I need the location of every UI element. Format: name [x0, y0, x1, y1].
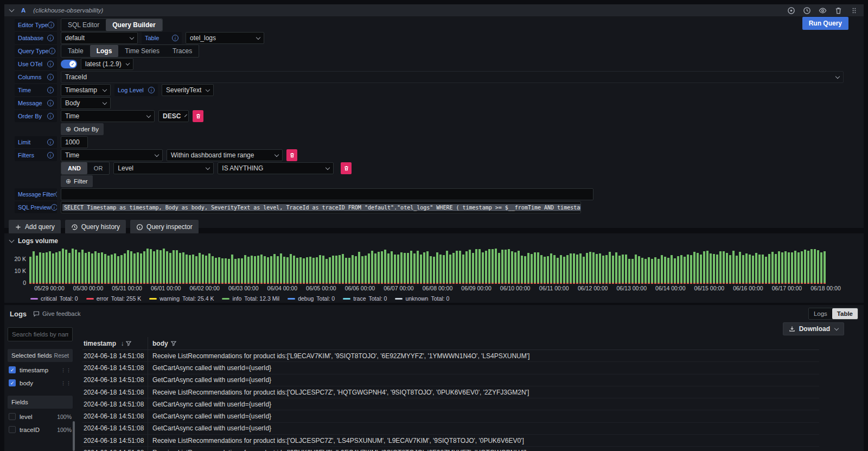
log-table-row[interactable]: 2024-06-18 14:51:08 Receive ListRecommen…: [82, 386, 819, 398]
checkbox-unchecked-icon[interactable]: [9, 426, 16, 433]
legend-item[interactable]: debug Total: 0: [288, 295, 335, 302]
info-icon[interactable]: i: [48, 22, 54, 28]
legend-item[interactable]: critical Total: 0: [30, 295, 78, 302]
checkbox-checked-icon[interactable]: ✓: [9, 379, 16, 386]
remove-filter2-button[interactable]: [341, 162, 352, 174]
query-history-button[interactable]: Query history: [65, 220, 126, 234]
info-icon[interactable]: i: [47, 74, 54, 80]
filter1-field-select[interactable]: Time: [61, 149, 163, 161]
query-type-option-logs[interactable]: Logs: [90, 45, 119, 57]
remove-filter1-button[interactable]: [286, 149, 297, 161]
info-icon[interactable]: i: [47, 35, 54, 41]
selected-field-item[interactable]: ✓ body ⋮⋮: [8, 378, 73, 388]
info-icon[interactable]: i: [148, 87, 155, 93]
search-fields-input[interactable]: [8, 327, 73, 341]
history-clock-icon[interactable]: [803, 7, 811, 15]
log-table-row[interactable]: 2024-06-18 14:51:08 GetCartAsync called …: [82, 423, 819, 435]
order-by-direction-select[interactable]: DESC: [158, 110, 189, 122]
legend-item[interactable]: error Total: 255 K: [86, 295, 142, 302]
use-otel-toggle[interactable]: ✓: [61, 60, 77, 68]
checkbox-unchecked-icon[interactable]: [9, 413, 16, 420]
log-table-row[interactable]: 2024-06-18 14:51:08 GetCartAsync called …: [82, 410, 819, 422]
collapse-logs-volume-icon[interactable]: [9, 237, 15, 243]
remove-order-by-button[interactable]: [193, 110, 203, 122]
info-icon[interactable]: i: [49, 48, 55, 54]
query-type-option-table[interactable]: Table: [61, 45, 90, 57]
info-icon[interactable]: i: [47, 100, 54, 106]
trash-icon[interactable]: [834, 7, 843, 15]
order-by-field-select[interactable]: Time: [61, 110, 155, 122]
editor-type-option-query-builder[interactable]: Query Builder: [106, 19, 162, 31]
download-button[interactable]: Download: [783, 322, 844, 335]
timestamp-column-header[interactable]: timestamp ↓: [82, 340, 148, 347]
run-query-button[interactable]: Run Query: [802, 17, 848, 30]
bool-or-option[interactable]: OR: [87, 162, 110, 174]
info-icon[interactable]: i: [47, 61, 54, 67]
query-editor-body: Editor Type i SQL Editor Query Builder D…: [4, 16, 864, 213]
info-icon[interactable]: i: [47, 152, 54, 158]
legend-item[interactable]: trace Total: 0: [343, 295, 387, 302]
log-table-row[interactable]: 2024-06-18 14:51:08 Receive ListRecommen…: [82, 435, 819, 447]
log-table-row[interactable]: 2024-06-18 14:51:08 GetCartAsync called …: [82, 374, 819, 386]
sql-preview-box[interactable]: SELECT Timestamp as timestamp, Body as b…: [61, 201, 581, 213]
field-item[interactable]: level 100%: [8, 411, 73, 422]
info-icon[interactable]: i: [47, 113, 54, 119]
add-query-button[interactable]: Add query: [9, 220, 61, 234]
add-filter-button[interactable]: ⊕ Filter: [61, 175, 93, 187]
filter-funnel-icon[interactable]: [126, 340, 131, 347]
log-table-row[interactable]: 2024-06-18 14:51:08 GetCartAsync called …: [82, 398, 819, 410]
message-filter-input[interactable]: [61, 188, 593, 200]
info-icon[interactable]: i: [47, 87, 54, 93]
sort-desc-icon[interactable]: ↓: [120, 340, 124, 347]
logs-volume-chart[interactable]: 20 K 10 K 0: [29, 247, 855, 284]
info-icon[interactable]: i: [172, 35, 178, 41]
drag-handle-icon[interactable]: ⋮⋮: [61, 380, 72, 386]
bool-and-option[interactable]: AND: [61, 162, 87, 174]
record-icon[interactable]: [787, 7, 795, 15]
query-type-option-traces[interactable]: Traces: [166, 45, 199, 57]
query-inspector-button[interactable]: Query inspector: [130, 220, 199, 234]
message-column-select[interactable]: Body: [61, 97, 111, 109]
chevron-down-icon: [130, 35, 134, 39]
selected-field-item[interactable]: ✓ timestamp ⋮⋮: [8, 365, 73, 375]
filter1-operator-select[interactable]: Within dashboard time range: [167, 149, 283, 161]
columns-multiselect[interactable]: TraceId: [61, 71, 844, 83]
drag-handle-icon[interactable]: ⋮⋮: [61, 367, 72, 373]
editor-type-row: Editor Type i SQL Editor Query Builder: [15, 19, 864, 31]
editor-type-option-sql-editor[interactable]: SQL Editor: [61, 19, 106, 31]
view-option-logs[interactable]: Logs: [809, 308, 832, 319]
eye-icon[interactable]: [819, 7, 827, 15]
give-feedback-link[interactable]: Give feedback: [33, 310, 80, 317]
x-axis: 05/29 00:0005/30 00:0005/31 00:0006/01 0…: [29, 285, 855, 293]
query-type-option-time-series[interactable]: Time Series: [118, 45, 166, 57]
database-select[interactable]: default: [61, 32, 138, 44]
log-table-row[interactable]: 2024-06-18 14:51:08 Receive ListRecommen…: [82, 350, 819, 362]
time-column-select[interactable]: Timestamp: [61, 84, 111, 96]
drag-handle-icon[interactable]: [850, 7, 858, 15]
checkbox-checked-icon[interactable]: ✓: [9, 366, 16, 373]
filter-funnel-icon[interactable]: [171, 340, 176, 347]
filter2-operator-select[interactable]: IS ANYTHING: [218, 162, 334, 174]
log-table-row[interactable]: 2024-06-18 14:51:08 Receive ListRecommen…: [82, 447, 819, 451]
collapse-query-icon[interactable]: [9, 7, 15, 12]
query-history-label: Query history: [81, 223, 120, 231]
info-icon[interactable]: i: [55, 191, 57, 198]
legend-item[interactable]: info Total: 12.3 Mil: [222, 295, 279, 302]
field-item[interactable]: traceID 100%: [8, 424, 73, 435]
x-tick-label: 06/16 00:00: [733, 285, 763, 291]
log-level-select[interactable]: SeverityText: [162, 84, 214, 96]
body-column-header[interactable]: body: [148, 337, 819, 350]
reset-fields-link[interactable]: Reset: [54, 352, 69, 359]
log-table-row[interactable]: 2024-06-18 14:51:08 GetCartAsync called …: [82, 362, 819, 374]
view-option-table[interactable]: Table: [832, 308, 858, 319]
info-icon[interactable]: i: [47, 139, 54, 145]
add-order-by-button[interactable]: ⊕ Order By: [61, 123, 104, 135]
legend-item[interactable]: warning Total: 25.4 K: [149, 295, 214, 302]
sql-preview-text: SELECT Timestamp as timestamp, Body as b…: [62, 204, 581, 211]
legend-item[interactable]: unknown Total: 0: [395, 295, 449, 302]
otel-version-select[interactable]: latest (1.2.9): [81, 58, 133, 70]
filter2-field-select[interactable]: Level: [113, 162, 214, 174]
info-icon[interactable]: i: [51, 204, 57, 211]
table-select[interactable]: otel_logs: [186, 32, 264, 44]
limit-input[interactable]: [61, 136, 88, 148]
